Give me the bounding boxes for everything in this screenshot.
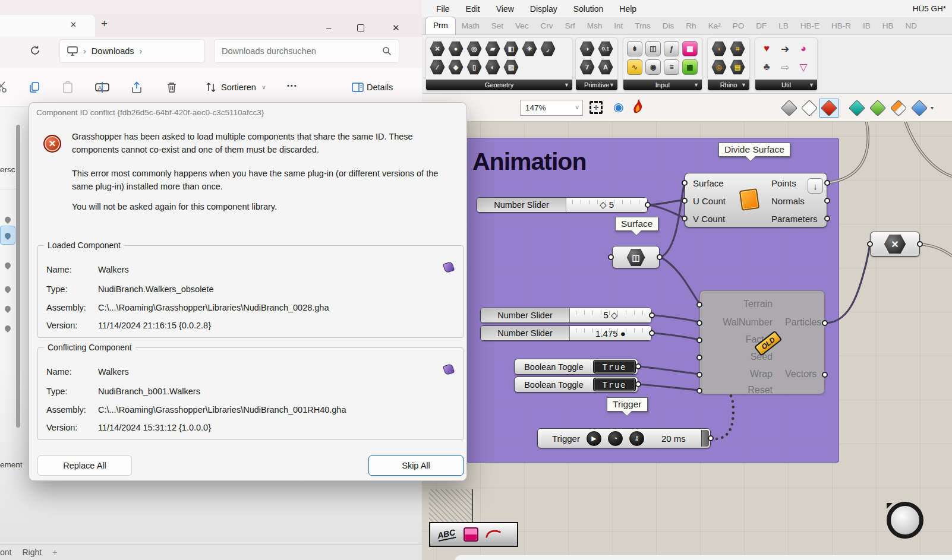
tab-vec[interactable]: Vec <box>509 18 535 34</box>
port[interactable] <box>708 435 714 441</box>
port[interactable] <box>696 337 702 343</box>
data-dam-icon[interactable]: ◕ <box>796 41 811 56</box>
preview-green-icon[interactable] <box>869 100 886 116</box>
tab-nd[interactable]: ND <box>899 18 923 34</box>
pin-icon[interactable] <box>5 217 11 223</box>
spiral-param-icon[interactable]: ◎ <box>466 41 482 56</box>
slider-track[interactable]: 1.475 ● <box>570 326 651 340</box>
port[interactable] <box>917 241 923 247</box>
port[interactable] <box>635 363 641 369</box>
script-icon[interactable]: ƒ <box>664 41 679 56</box>
chevron-down-icon[interactable]: ▼ <box>609 82 614 88</box>
details-button[interactable]: Details <box>367 83 393 92</box>
chevron-down-icon[interactable]: ▼ <box>741 82 746 88</box>
tree-icon[interactable]: ♣ <box>759 59 774 75</box>
key-icon[interactable]: ⚷ <box>629 431 644 446</box>
port[interactable] <box>696 388 702 394</box>
new-tab-icon[interactable]: + <box>101 17 108 30</box>
palette-label-geometry[interactable]: Geometry <box>485 81 513 88</box>
tab-hb[interactable]: HB <box>877 18 900 34</box>
arc-param-icon[interactable]: ◞ <box>540 41 556 56</box>
boolean-toggle-2[interactable]: Boolean Toggle True <box>514 377 638 393</box>
port[interactable] <box>696 355 702 360</box>
gradient-icon[interactable]: ▦ <box>682 41 698 56</box>
relay-icon[interactable]: ➔ <box>777 41 793 56</box>
number-slider-1[interactable]: Number Slider ◇ 5 <box>477 197 648 213</box>
slider-track[interactable]: ◇ 5 <box>566 198 647 212</box>
tab-dis[interactable]: Dis <box>657 18 680 34</box>
surface-param-icon[interactable]: ◐ <box>485 59 500 75</box>
output-parameters[interactable]: Parameters <box>771 214 818 224</box>
surface-param[interactable]: ◫ <box>612 246 660 268</box>
palette-label-input[interactable]: Input <box>655 81 670 88</box>
viewport-tab-front[interactable]: ont <box>0 548 11 557</box>
port[interactable] <box>682 180 688 186</box>
tab-msh[interactable]: Msh <box>581 18 609 34</box>
toggle-value-button[interactable]: True <box>593 378 636 391</box>
graph-mapper-icon[interactable]: ∿ <box>627 59 642 75</box>
curve-widget-icon[interactable] <box>486 527 501 542</box>
port[interactable] <box>635 381 641 387</box>
skip-all-button[interactable]: Skip All <box>368 455 464 476</box>
walkers-terrain-component[interactable]: Terrain WalNumber Factor Seed Wrap Reset… <box>699 290 825 394</box>
chevron-down-icon[interactable]: ▾ <box>931 105 934 111</box>
toggle-value-button[interactable]: True <box>593 360 636 374</box>
menu-solution[interactable]: Solution <box>573 4 604 14</box>
tab-math[interactable]: Math <box>456 18 486 34</box>
menu-display[interactable]: Display <box>530 4 557 14</box>
port[interactable] <box>867 241 873 247</box>
download-arrow-button[interactable]: ↓ <box>808 178 823 194</box>
knob-icon[interactable]: ◉ <box>645 59 661 75</box>
preview-teal-icon[interactable] <box>849 100 865 116</box>
port[interactable] <box>657 254 663 260</box>
tab-ib[interactable]: IB <box>857 18 877 34</box>
geometry-param-icon[interactable]: ✕ <box>430 41 445 56</box>
close-window-icon[interactable]: ✕ <box>392 23 400 33</box>
tab-trns[interactable]: Trns <box>629 18 657 34</box>
menu-edit[interactable]: Edit <box>466 4 480 14</box>
number-slider-3[interactable]: Number Slider 1.475 ● <box>480 325 652 341</box>
zoom-extents-icon[interactable]: ✛ <box>590 101 603 114</box>
scrollbar[interactable] <box>16 125 20 428</box>
menu-view[interactable]: View <box>496 4 514 14</box>
paste-icon[interactable] <box>61 81 74 94</box>
palette-label-rhino[interactable]: Rhino <box>720 81 737 88</box>
pin-icon[interactable] <box>5 233 11 239</box>
trigger-component[interactable]: Trigger ▶ ◔ ⚷ 20 ms <box>537 428 711 448</box>
chevron-down-icon[interactable]: ▼ <box>564 82 569 88</box>
relay-white-icon[interactable]: ⇨ <box>777 59 793 75</box>
clock-icon[interactable]: ◔ <box>608 431 623 446</box>
input-u-count[interactable]: U Count <box>693 196 726 206</box>
input-wrap[interactable]: Wrap <box>700 369 773 379</box>
rhino-spiral-icon[interactable]: ◎ <box>711 59 727 75</box>
canvas-compass[interactable] <box>887 502 923 539</box>
sort-button[interactable]: Sortieren <box>221 83 256 92</box>
preview-eye-icon[interactable]: ◉ <box>613 100 623 114</box>
tab-set[interactable]: Set <box>486 18 509 34</box>
palette-label-util[interactable]: Util <box>781 81 791 88</box>
refresh-icon[interactable] <box>30 45 40 56</box>
rhino-road-icon[interactable]: ▤ <box>730 59 745 75</box>
maximize-icon[interactable] <box>357 24 364 31</box>
tab-df[interactable]: DF <box>750 18 773 34</box>
pin-icon[interactable] <box>5 306 11 312</box>
input-surface[interactable]: Surface <box>693 178 724 188</box>
port[interactable] <box>824 198 830 204</box>
output-particles[interactable]: Particles <box>785 317 821 328</box>
port[interactable] <box>649 312 655 318</box>
boolean-param-icon[interactable]: ◑ <box>579 41 595 56</box>
point-param-icon[interactable]: ◈ <box>448 59 464 75</box>
text-param-icon[interactable]: A <box>598 59 613 75</box>
color-swatch-icon[interactable]: ▩ <box>682 59 698 75</box>
tab-int[interactable]: Int <box>608 18 629 34</box>
cherry-picker-icon[interactable]: ♥ <box>759 41 774 56</box>
tab-rh[interactable]: Rh <box>680 18 702 34</box>
port[interactable] <box>649 330 655 336</box>
search-box[interactable]: Downloads durchsuchen <box>214 39 399 63</box>
brep-param-icon[interactable]: ▨ <box>503 59 519 75</box>
slider-icon[interactable]: ⇟ <box>627 41 642 56</box>
tab-lb[interactable]: LB <box>773 18 795 34</box>
add-viewport-icon[interactable]: + <box>52 548 57 557</box>
palette-label-primitive[interactable]: Primitive <box>584 81 609 88</box>
tab-prm[interactable]: Prm <box>425 17 456 34</box>
